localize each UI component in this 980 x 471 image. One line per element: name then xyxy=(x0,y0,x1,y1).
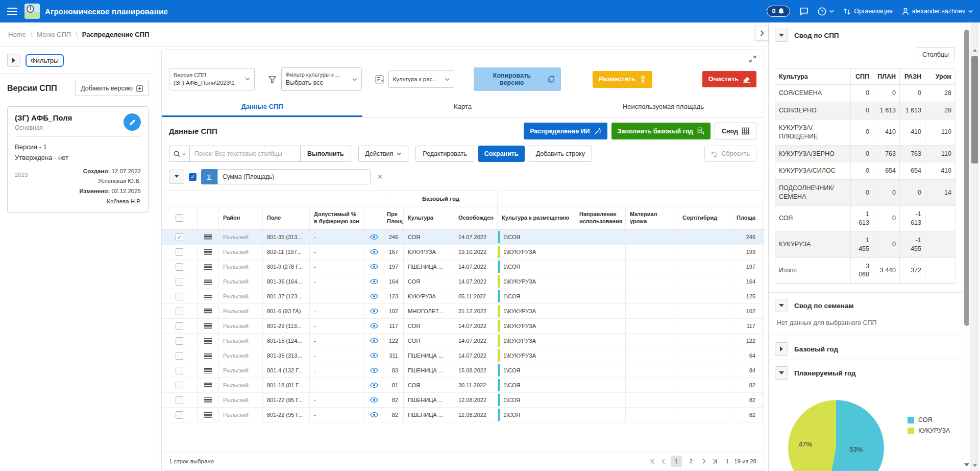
search-input[interactable] xyxy=(189,146,301,162)
planned-year-collapse-button[interactable] xyxy=(775,366,788,380)
search-column-select[interactable] xyxy=(169,146,189,162)
add-row-button[interactable]: Добавить строку xyxy=(529,146,592,162)
table-row[interactable]: Рыльский 801-22 (95 Г... - 82 ПШЕНИЦА ..… xyxy=(162,408,764,422)
row-checkbox[interactable] xyxy=(176,308,183,315)
notifications-button[interactable]: 0 xyxy=(767,6,790,17)
row-checkbox[interactable] xyxy=(176,248,183,256)
panel-scrollbar[interactable] xyxy=(963,22,970,471)
drag-handle-icon[interactable] xyxy=(204,338,212,344)
sum-row-expand-button[interactable] xyxy=(169,170,184,184)
col-header-placement[interactable]: Культура к размещению xyxy=(498,206,575,229)
add-version-button[interactable]: Добавить версию xyxy=(75,81,149,96)
fill-base-year-button[interactable]: Заполнить базовый год xyxy=(611,123,710,139)
eye-icon[interactable] xyxy=(364,274,384,289)
run-search-button[interactable]: Выполнить xyxy=(301,146,351,162)
drag-handle-icon[interactable] xyxy=(204,279,212,285)
drag-handle-icon[interactable] xyxy=(204,397,212,403)
svod-seeds-collapse-button[interactable] xyxy=(775,299,788,312)
row-checkbox[interactable] xyxy=(176,278,183,286)
save-button[interactable]: Сохранить xyxy=(478,146,525,162)
edit-version-button[interactable] xyxy=(124,113,141,131)
breadcrumb-item[interactable]: Home \ xyxy=(8,31,37,38)
col-header-tolerance[interactable]: Допустимый % в буферную зон xyxy=(310,206,364,229)
sum-enabled-checkbox[interactable]: ✓ xyxy=(189,173,197,181)
drag-handle-icon[interactable] xyxy=(204,353,212,359)
col-header-field[interactable]: Поле xyxy=(263,206,310,229)
columns-button[interactable]: Столбцы xyxy=(917,47,954,62)
next-page-icon[interactable] xyxy=(700,458,707,465)
table-row[interactable]: Рыльский 801-4 (132 Г... - 83 ПШЕНИЦА ..… xyxy=(162,363,764,378)
breadcrumb-item[interactable]: Меню СПП \ xyxy=(37,31,82,38)
table-row[interactable]: Рыльский 801-9 (278 Г... - 197 ПШЕНИЦА .… xyxy=(162,260,764,274)
prev-page-icon[interactable] xyxy=(660,458,667,465)
col-header-area[interactable]: Площа xyxy=(729,206,763,229)
place-button[interactable]: Разместить xyxy=(593,71,652,88)
eye-icon[interactable] xyxy=(364,334,384,348)
page-scrollbar-thumb[interactable] xyxy=(971,56,978,163)
drag-handle-icon[interactable] xyxy=(204,323,212,329)
tab[interactable]: Данные СПП xyxy=(162,98,362,117)
collapse-right-panel-button[interactable] xyxy=(755,26,768,41)
eye-icon[interactable] xyxy=(364,260,384,274)
row-checkbox[interactable] xyxy=(176,411,183,419)
copy-version-button[interactable]: Копировать версию xyxy=(474,67,561,91)
drag-handle-icon[interactable] xyxy=(204,412,212,418)
organization-button[interactable]: Организация xyxy=(843,8,892,15)
actions-menu-button[interactable]: Действия xyxy=(358,146,409,162)
sum-expression-input[interactable]: Сумма (Площадь) xyxy=(217,169,371,184)
row-checkbox[interactable] xyxy=(176,263,183,271)
table-row[interactable]: Рыльский 801-29 (113... - 117 СОЯ 14.07.… xyxy=(162,319,764,334)
breadcrumb-item[interactable]: Распределение СПП xyxy=(82,31,159,38)
drag-handle-icon[interactable] xyxy=(204,249,212,255)
remove-sum-icon[interactable]: ✕ xyxy=(377,173,383,181)
eye-icon[interactable] xyxy=(364,289,384,303)
row-checkbox[interactable] xyxy=(176,382,183,389)
col-header-district[interactable]: Район xyxy=(219,206,263,229)
col-header-culture[interactable]: Культура xyxy=(404,206,454,229)
scroll-up-arrow[interactable] xyxy=(970,46,979,54)
page-scrollbar[interactable] xyxy=(970,22,979,471)
col-header-prev-area[interactable]: Пре Площ xyxy=(384,206,404,229)
drag-handle-icon[interactable] xyxy=(204,264,212,270)
drag-handle-icon[interactable] xyxy=(204,309,212,314)
row-checkbox[interactable] xyxy=(176,396,183,404)
version-card[interactable]: (ЗГ) АФБ_Поля Основная Версия - 1 Утверж… xyxy=(7,106,149,213)
table-row[interactable]: Рыльский 801-35 (313... - 311 ПШЕНИЦА ..… xyxy=(162,348,764,363)
table-row[interactable]: Рыльский 801-37 (123... - 123 КУКУРУЗА 0… xyxy=(162,289,764,304)
row-checkbox[interactable] xyxy=(176,367,183,374)
table-row[interactable]: Рыльский 801-15 (124... - 122 СОЯ 14.07.… xyxy=(162,334,764,348)
drag-handle-icon[interactable] xyxy=(204,368,212,373)
menu-icon[interactable] xyxy=(7,8,17,15)
culture-placement-select[interactable]: Культура к рас... xyxy=(388,70,455,88)
page-number-button[interactable]: 1 xyxy=(671,456,682,467)
chat-button[interactable] xyxy=(799,7,808,16)
version-select[interactable]: Версия СПП (ЗГ) АФБ_Поля\2023\1 xyxy=(169,68,255,90)
eye-icon[interactable] xyxy=(364,319,384,333)
eye-icon[interactable] xyxy=(364,348,384,363)
col-header-usage[interactable]: Направление использования xyxy=(575,206,626,229)
eye-icon[interactable] xyxy=(364,408,384,422)
user-menu[interactable]: alexander.sazhnev xyxy=(902,8,973,15)
row-checkbox[interactable] xyxy=(176,322,183,330)
svod-button[interactable]: Свод xyxy=(715,123,756,139)
row-checkbox[interactable] xyxy=(176,337,183,345)
eye-icon[interactable] xyxy=(364,230,384,244)
col-header-release[interactable]: Освобожден xyxy=(454,206,498,229)
base-year-expand-button[interactable] xyxy=(775,342,788,356)
eye-icon[interactable] xyxy=(364,363,384,378)
eye-icon[interactable] xyxy=(364,245,384,259)
ai-distribution-button[interactable]: Распределение ИИ xyxy=(524,123,607,139)
tab[interactable]: Карта xyxy=(362,98,563,117)
clear-button[interactable]: Очистить xyxy=(702,71,756,87)
table-row[interactable]: Рыльский 801-36 (164... - 164 СОЯ 14.07.… xyxy=(162,274,764,289)
expand-icon[interactable] xyxy=(749,55,756,63)
sigma-icon[interactable]: Σ xyxy=(201,169,217,184)
col-header-sort[interactable]: Сорт/гибрид xyxy=(678,206,729,229)
row-checkbox[interactable]: ✓ xyxy=(176,233,183,241)
help-menu[interactable]: ? xyxy=(818,7,834,16)
eye-icon[interactable] xyxy=(364,378,384,392)
panel-scrollbar-thumb[interactable] xyxy=(964,30,969,326)
drag-handle-icon[interactable] xyxy=(204,383,212,388)
col-header-material[interactable]: Материал урожа xyxy=(626,206,678,229)
row-checkbox[interactable] xyxy=(176,293,183,300)
